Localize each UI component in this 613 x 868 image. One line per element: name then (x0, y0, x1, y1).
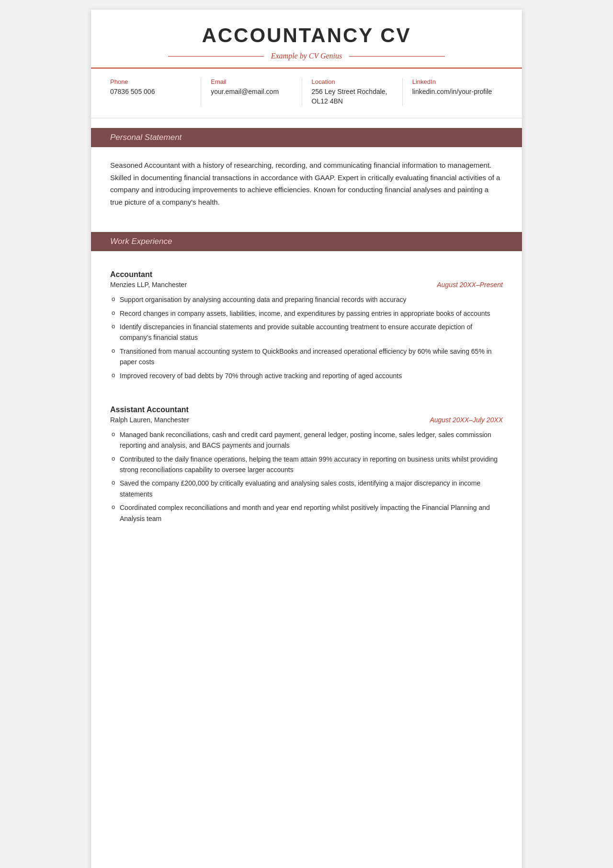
personal-statement-text: Seasoned Accountant with a history of re… (91, 157, 522, 222)
bullet-1-5: Improved recovery of bad debts by 70% th… (110, 370, 503, 381)
bullet-1-3: Identify discrepancies in financial stat… (110, 322, 503, 343)
contact-phone: Phone 07836 505 006 (110, 78, 201, 106)
job-bullets-2: Managed bank reconciliations, cash and c… (110, 429, 503, 524)
contact-location: Location 256 Ley Street Rochdale, OL12 4… (312, 78, 403, 106)
job-entry-assistant-accountant: Assistant Accountant Ralph Lauren, Manch… (91, 396, 522, 539)
job-company-row-1: Menzies LLP, Manchester August 20XX–Pres… (110, 281, 503, 289)
subtitle-line-left (168, 56, 264, 57)
location-value: 256 Ley Street Rochdale, OL12 4BN (312, 87, 393, 106)
bullet-1-4: Transitioned from manual accounting syst… (110, 346, 503, 368)
cv-title: ACCOUNTANCY CV (110, 24, 503, 47)
job-company-2: Ralph Lauren, Manchester (110, 416, 189, 424)
job-title-2: Assistant Accountant (110, 405, 503, 414)
linkedin-value: linkedin.com/in/your-profile (412, 87, 493, 97)
personal-statement-section: Personal Statement Seasoned Accountant w… (91, 128, 522, 222)
job-company-1: Menzies LLP, Manchester (110, 281, 187, 289)
work-experience-section: Work Experience Accountant Menzies LLP, … (91, 232, 522, 539)
contact-linkedin: LinkedIn linkedin.com/in/your-profile (412, 78, 503, 106)
job-entry-accountant: Accountant Menzies LLP, Manchester Augus… (91, 261, 522, 396)
location-label: Location (312, 78, 393, 85)
subtitle-line-right (349, 56, 445, 57)
job-date-2: August 20XX–July 20XX (430, 416, 503, 424)
phone-label: Phone (110, 78, 191, 85)
work-experience-header: Work Experience (91, 232, 522, 251)
cv-document: ACCOUNTANCY CV Example by CV Genius Phon… (91, 10, 522, 868)
bullet-2-2: Contributed to the daily finance operati… (110, 454, 503, 475)
contact-email: Email your.email@email.com (211, 78, 302, 106)
linkedin-label: LinkedIn (412, 78, 493, 85)
phone-value: 07836 505 006 (110, 87, 191, 97)
email-label: Email (211, 78, 292, 85)
cv-header: ACCOUNTANCY CV Example by CV Genius (91, 10, 522, 69)
bullet-2-1: Managed bank reconciliations, cash and c… (110, 429, 503, 451)
contact-section: Phone 07836 505 006 Email your.email@ema… (91, 69, 522, 118)
job-bullets-1: Support organisation by analysing accoun… (110, 294, 503, 381)
bullet-1-1: Support organisation by analysing accoun… (110, 294, 503, 305)
cv-subtitle-row: Example by CV Genius (110, 52, 503, 60)
bullet-2-3: Saved the company £200,000 by critically… (110, 478, 503, 499)
bullet-2-4: Coordinated complex reconciliations and … (110, 502, 503, 524)
cv-subtitle: Example by CV Genius (271, 52, 342, 60)
personal-statement-header: Personal Statement (91, 128, 522, 147)
bullet-1-2: Record changes in company assets, liabil… (110, 308, 503, 319)
job-date-1: August 20XX–Present (437, 281, 503, 289)
email-value: your.email@email.com (211, 87, 292, 97)
job-company-row-2: Ralph Lauren, Manchester August 20XX–Jul… (110, 416, 503, 424)
job-title-1: Accountant (110, 270, 503, 279)
